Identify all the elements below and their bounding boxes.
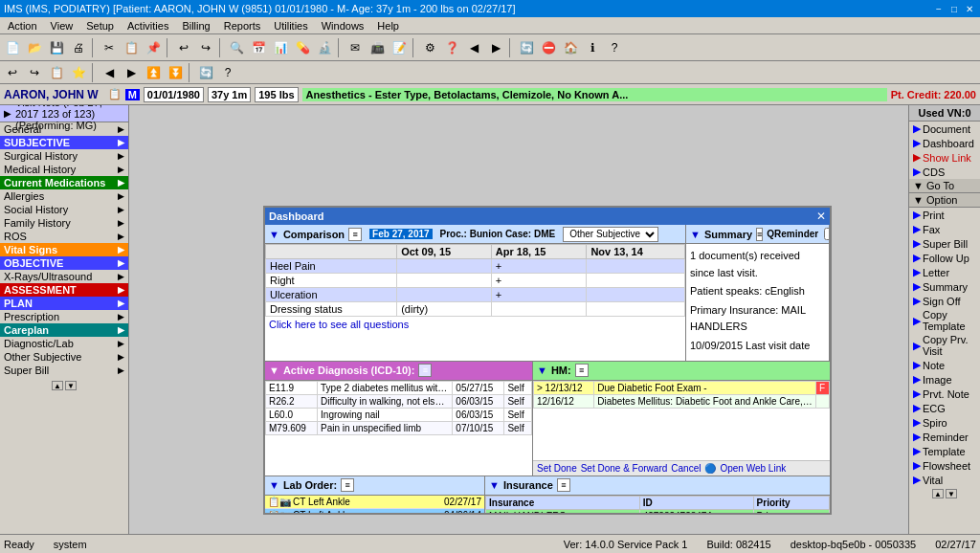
right-item-option[interactable]: ▼ Option <box>909 193 980 208</box>
tb-stop[interactable]: ⛔ <box>538 37 559 58</box>
tb-cut[interactable]: ✂ <box>99 37 120 58</box>
right-item-document[interactable]: ▶ Document <box>909 122 980 136</box>
tb-chart[interactable]: 📊 <box>270 37 291 58</box>
sidebar-medical[interactable]: Medical History ▶ <box>0 163 128 176</box>
menu-utilities[interactable]: Utilities <box>268 19 313 33</box>
tb-lab[interactable]: 🔬 <box>314 37 335 58</box>
menu-reports[interactable]: Reports <box>218 19 267 33</box>
right-item-ecg[interactable]: ▶ ECG <box>909 401 980 415</box>
hm-cancel[interactable]: Cancel <box>671 463 701 474</box>
right-item-prvtnote[interactable]: ▶ Prvt. Note <box>909 387 980 401</box>
right-item-letter[interactable]: ▶ Letter <box>909 265 980 279</box>
tb-help[interactable]: ❓ <box>441 37 462 58</box>
hm-set-done-forward[interactable]: Set Done & Forward <box>581 463 668 474</box>
sidebar-assessment[interactable]: ASSESSMENT ▶ <box>0 283 128 297</box>
right-item-flowsheet[interactable]: ▶ Flowsheet <box>909 458 980 473</box>
tb-rx[interactable]: 💊 <box>292 37 313 58</box>
sidebar-scroll-up[interactable]: ▲ <box>52 381 63 390</box>
menu-action[interactable]: Action <box>2 19 43 33</box>
tb-calendar[interactable]: 📅 <box>248 37 269 58</box>
right-item-summary[interactable]: ▶ Summary <box>909 279 980 294</box>
ins-icon[interactable]: ≡ <box>557 478 570 492</box>
right-item-fax[interactable]: ▶ Fax <box>909 222 980 236</box>
right-item-copytemplate[interactable]: ▶ Copy Template <box>909 308 980 333</box>
tb-letter[interactable]: ✉ <box>345 37 366 58</box>
sidebar-surgical[interactable]: Surgical History ▶ <box>0 149 128 163</box>
patient-name[interactable]: AARON, JOHN W <box>4 88 99 101</box>
sidebar-plan[interactable]: PLAN ▶ <box>0 297 128 310</box>
sidebar-social[interactable]: Social History ▶ <box>0 203 128 216</box>
sidebar-family[interactable]: Family History ▶ <box>0 216 128 230</box>
right-scroll-down[interactable]: ▼ <box>946 489 957 498</box>
right-item-signoff[interactable]: ▶ Sign Off <box>909 294 980 308</box>
sidebar-medications[interactable]: Current Medications ▶ <box>0 176 128 189</box>
right-item-superbill[interactable]: ▶ Super Bill <box>909 236 980 251</box>
tb2-btn2[interactable]: ↪ <box>24 62 45 83</box>
right-item-cds[interactable]: ▶ CDS <box>909 165 980 179</box>
right-scroll-up[interactable]: ▲ <box>932 489 944 498</box>
sidebar-super-bill[interactable]: Super Bill ▶ <box>0 364 128 377</box>
tb2-btn8[interactable]: ⏬ <box>165 62 186 83</box>
sidebar-allergies[interactable]: Allergies ▶ <box>0 189 128 203</box>
lab-icon[interactable]: ≡ <box>341 478 354 492</box>
tb-search[interactable]: 🔍 <box>226 37 247 58</box>
right-item-note[interactable]: ▶ Note <box>909 358 980 372</box>
hm-set-done[interactable]: Set Done <box>537 463 577 474</box>
right-item-vital[interactable]: ▶ Vital <box>909 473 980 487</box>
right-item-template[interactable]: ▶ Template <box>909 444 980 458</box>
tb2-btn1[interactable]: ↩ <box>2 62 23 83</box>
close-button[interactable]: ✕ <box>963 2 976 15</box>
sidebar-objective[interactable]: OBJECTIVE ▶ <box>0 256 128 270</box>
tb-refresh[interactable]: 🔄 <box>516 37 537 58</box>
qreminder-checkbox[interactable] <box>824 228 830 240</box>
right-item-image[interactable]: ▶ Image <box>909 372 980 387</box>
hm-open-web[interactable]: Open Web Link <box>720 463 786 474</box>
comparison-icon[interactable]: ≡ <box>348 228 362 241</box>
tb2-btn6[interactable]: ▶ <box>121 62 142 83</box>
right-item-showlink[interactable]: ▶ Show Link <box>909 150 980 165</box>
menu-help[interactable]: Help <box>371 19 405 33</box>
tb-undo[interactable]: ↩ <box>173 37 194 58</box>
tb-redo[interactable]: ↪ <box>195 37 216 58</box>
maximize-button[interactable]: □ <box>947 2 961 15</box>
right-item-copyprvvisit[interactable]: ▶ Copy Prv. Visit <box>909 333 980 358</box>
sidebar-vitals[interactable]: Vital Signs ▶ <box>0 243 128 256</box>
sidebar-xrays[interactable]: X-Rays/Ultrasound ▶ <box>0 270 128 283</box>
sidebar-other-subjective[interactable]: Other Subjective ▶ <box>0 350 128 364</box>
right-item-followup[interactable]: ▶ Follow Up <box>909 251 980 265</box>
tb-print[interactable]: 🖨 <box>68 37 89 58</box>
sidebar-ros[interactable]: ROS ▶ <box>0 230 128 243</box>
menu-view[interactable]: View <box>45 19 79 33</box>
right-item-dashboard[interactable]: ▶ Dashboard <box>909 136 980 150</box>
right-item-reminder[interactable]: ▶ Reminder <box>909 430 980 444</box>
tb-question[interactable]: ? <box>604 37 625 58</box>
sidebar-general[interactable]: General ▶ <box>0 122 128 136</box>
tb2-btn7[interactable]: ⏫ <box>143 62 164 83</box>
click-here-link[interactable]: Click here to see all questions <box>265 317 685 332</box>
menu-setup[interactable]: Setup <box>80 19 120 33</box>
tb-back[interactable]: ◀ <box>463 37 484 58</box>
menu-billing[interactable]: Billing <box>176 19 215 33</box>
tb-settings[interactable]: ⚙ <box>419 37 440 58</box>
sidebar-prescription[interactable]: Prescription ▶ <box>0 310 128 323</box>
tb-new[interactable]: 📄 <box>2 37 23 58</box>
tb-info[interactable]: ℹ <box>582 37 603 58</box>
tb2-question[interactable]: ? <box>217 62 238 83</box>
right-item-spiro[interactable]: ▶ Spiro <box>909 415 980 430</box>
sidebar-diagnostic[interactable]: Diagnostic/Lab ▶ <box>0 337 128 350</box>
dashboard-close[interactable]: ✕ <box>816 210 826 223</box>
menu-windows[interactable]: Windows <box>316 19 370 33</box>
hm-icon[interactable]: ≡ <box>575 364 589 377</box>
tb2-btn5[interactable]: ◀ <box>99 62 120 83</box>
right-item-goto[interactable]: ▼ Go To <box>909 179 980 193</box>
tb2-btn3[interactable]: 📋 <box>46 62 67 83</box>
right-item-print[interactable]: ▶ Print <box>909 208 980 222</box>
summary-icon[interactable]: ≡ <box>756 228 763 241</box>
tb-note[interactable]: 📝 <box>389 37 410 58</box>
tb-forward[interactable]: ▶ <box>485 37 506 58</box>
tb2-btn4[interactable]: ⭐ <box>68 62 89 83</box>
sidebar-subjective[interactable]: SUBJECTIVE ▶ <box>0 136 128 149</box>
minimize-button[interactable]: − <box>932 2 946 15</box>
tb-home[interactable]: 🏠 <box>560 37 581 58</box>
tb-open[interactable]: 📂 <box>24 37 45 58</box>
